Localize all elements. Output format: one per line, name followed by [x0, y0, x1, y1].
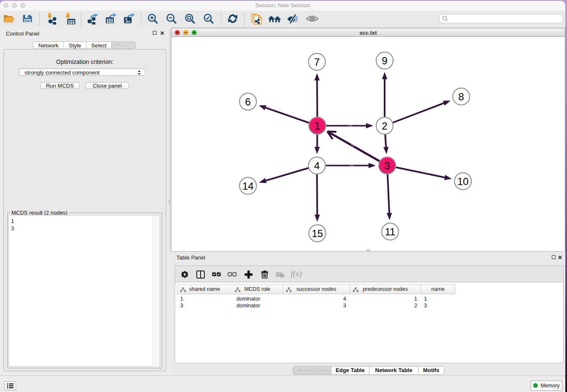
svg-text:8: 8: [458, 91, 464, 102]
svg-text:15: 15: [312, 228, 323, 239]
svg-text:11: 11: [385, 226, 396, 237]
svg-text:3: 3: [384, 160, 390, 171]
svg-text:1: 1: [314, 120, 320, 132]
svg-text:6: 6: [245, 96, 250, 108]
svg-text:4: 4: [314, 160, 319, 171]
svg-text:7: 7: [314, 56, 319, 68]
svg-text:10: 10: [457, 176, 469, 187]
svg-text:2: 2: [382, 120, 387, 132]
svg-text:14: 14: [242, 180, 254, 192]
svg-text:9: 9: [382, 55, 387, 66]
